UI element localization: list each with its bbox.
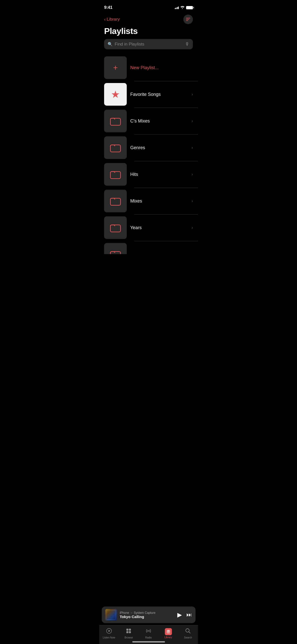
mixes-label: Mixes — [130, 198, 188, 204]
header: ‹ Library — [99, 14, 198, 24]
folder-icon — [109, 141, 122, 154]
cs-mixes-label: C's Mixes — [130, 118, 188, 124]
back-label: Library — [107, 17, 120, 22]
folder-icon — [109, 195, 122, 207]
list-item[interactable]: Genres › — [99, 134, 198, 161]
microphone-icon[interactable]: 🎙 — [185, 42, 189, 47]
folder-icon — [109, 168, 122, 181]
hits-thumb — [104, 163, 127, 186]
playlist-list: + New Playlist... ★ Favorite Songs › C's… — [99, 54, 198, 254]
list-item[interactable]: C's Mixes › — [99, 108, 198, 134]
chevron-right-icon: › — [192, 92, 193, 97]
genres-label: Genres — [130, 145, 188, 150]
back-chevron-icon: ‹ — [104, 17, 106, 22]
folder-icon — [109, 221, 122, 234]
svg-point-0 — [182, 8, 183, 9]
status-bar: 9:41 — [99, 0, 198, 14]
partial-thumb — [104, 243, 127, 254]
list-item[interactable]: ★ Favorite Songs › — [99, 81, 198, 108]
favorite-songs-label: Favorite Songs — [130, 92, 188, 97]
search-bar[interactable]: 🔍 🎙 — [104, 39, 193, 49]
status-time: 9:41 — [104, 5, 112, 10]
list-item[interactable]: Mixes › — [99, 188, 198, 214]
sort-button[interactable] — [183, 15, 193, 24]
svg-rect-5 — [110, 225, 120, 232]
favorite-songs-thumb: ★ — [104, 83, 127, 106]
back-button[interactable]: ‹ Library — [104, 17, 120, 22]
chevron-right-icon: › — [192, 145, 193, 150]
list-item[interactable]: + New Playlist... — [99, 54, 198, 81]
svg-rect-4 — [110, 198, 120, 205]
years-label: Years — [130, 225, 188, 230]
hits-label: Hits — [130, 172, 188, 177]
search-input[interactable] — [115, 42, 183, 47]
chevron-right-icon: › — [192, 172, 193, 177]
sort-icon — [186, 17, 191, 21]
genres-thumb — [104, 136, 127, 159]
battery-icon — [186, 6, 193, 9]
list-item[interactable] — [99, 241, 198, 254]
mixes-thumb — [104, 190, 127, 212]
list-item[interactable]: Hits › — [99, 161, 198, 188]
wifi-icon — [180, 5, 185, 10]
new-playlist-label: New Playlist... — [130, 65, 193, 70]
cs-mixes-thumb — [104, 110, 127, 132]
page-title: Playlists — [99, 24, 198, 39]
list-item[interactable]: Years › — [99, 214, 198, 241]
svg-rect-2 — [110, 145, 120, 152]
search-icon: 🔍 — [108, 42, 113, 47]
svg-rect-3 — [110, 172, 120, 179]
new-playlist-thumb: + — [104, 56, 127, 79]
chevron-right-icon: › — [192, 199, 193, 203]
years-thumb — [104, 216, 127, 239]
folder-icon — [109, 115, 122, 127]
folder-icon — [109, 248, 122, 254]
svg-rect-1 — [110, 118, 120, 125]
star-icon: ★ — [111, 89, 120, 100]
svg-rect-6 — [110, 252, 120, 254]
chevron-right-icon: › — [192, 119, 193, 123]
signal-icon — [175, 6, 179, 9]
chevron-right-icon: › — [192, 225, 193, 230]
status-icons — [175, 5, 193, 10]
plus-icon: + — [113, 64, 118, 72]
